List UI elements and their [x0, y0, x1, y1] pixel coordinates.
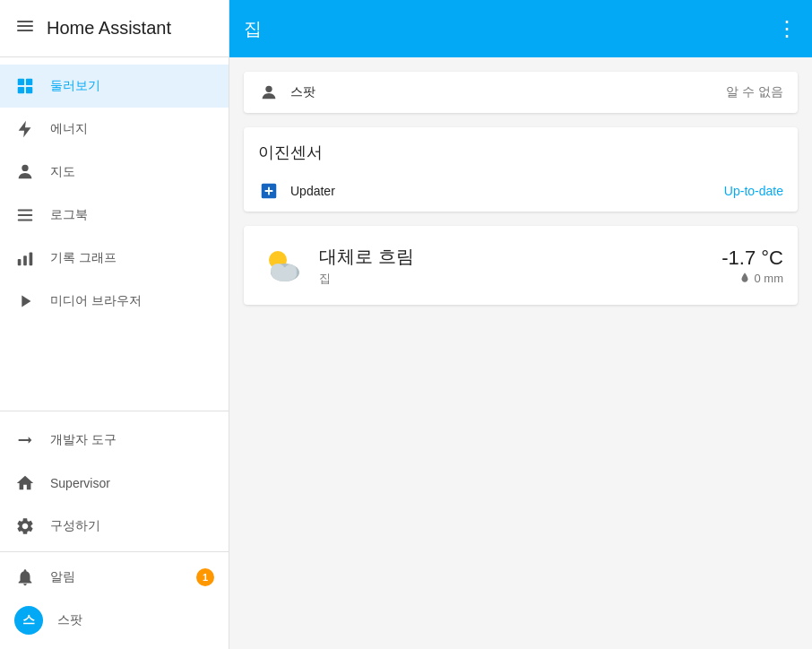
- sidebar-item-label: 기록 그래프: [50, 250, 117, 266]
- sidebar-item-user[interactable]: 스 스팟: [0, 599, 229, 642]
- svg-rect-1: [17, 25, 33, 27]
- sidebar-item-logbook[interactable]: 로그북: [0, 194, 229, 237]
- topbar-title: 집: [244, 17, 262, 41]
- sidebar-header: Home Assistant: [0, 0, 229, 57]
- sidebar-item-media[interactable]: 미디어 브라우저: [0, 280, 229, 323]
- svg-rect-4: [26, 79, 32, 85]
- sidebar-item-map[interactable]: 지도: [0, 151, 229, 194]
- chart-icon: [14, 247, 36, 269]
- sidebar-item-overview[interactable]: 둘러보기: [0, 65, 229, 108]
- sidebar-item-label: 둘러보기: [50, 78, 100, 94]
- sidebar-item-label: 미디어 브라우저: [50, 293, 142, 309]
- sidebar-item-label: 구성하기: [50, 518, 100, 534]
- play-icon: [14, 290, 36, 312]
- svg-rect-12: [23, 255, 27, 265]
- gear-icon: [14, 515, 36, 537]
- card-row[interactable]: 스팟 알 수 없음: [244, 72, 798, 113]
- sidebar-nav: 둘러보기 에너지 지도: [0, 57, 229, 411]
- sidebar-item-supervisor[interactable]: Supervisor: [0, 462, 229, 505]
- sidebar-title: Home Assistant: [47, 18, 171, 39]
- bell-icon: [14, 567, 36, 588]
- weather-card-inner: 대체로 흐림 집 -1.7 °C 0 mm: [244, 226, 798, 305]
- svg-rect-10: [18, 220, 33, 221]
- flash-icon: [14, 118, 36, 140]
- sidebar-item-energy[interactable]: 에너지: [0, 108, 229, 151]
- wrench-icon: [14, 429, 36, 451]
- weather-temperature: -1.7 °C: [721, 247, 783, 270]
- sidebar-item-settings[interactable]: 구성하기: [0, 505, 229, 548]
- svg-rect-8: [18, 210, 33, 212]
- card-row[interactable]: Updater Up-to-date: [244, 170, 798, 212]
- svg-rect-5: [18, 87, 24, 93]
- person-icon: [14, 161, 36, 183]
- weather-card[interactable]: 대체로 흐림 집 -1.7 °C 0 mm: [244, 226, 798, 305]
- main-content: 집 ⋮ 스팟 알 수 없음 이진센서: [229, 0, 812, 649]
- sidebar-item-label: 에너지: [50, 121, 88, 137]
- sidebar-item-label: 로그북: [50, 207, 88, 223]
- list-icon: [14, 204, 36, 226]
- svg-point-7: [22, 165, 28, 171]
- divider: [0, 551, 229, 552]
- sidebar-item-label: 지도: [50, 164, 75, 180]
- sidebar-item-history[interactable]: 기록 그래프: [0, 237, 229, 280]
- svg-rect-13: [30, 253, 33, 266]
- sidebar-item-label: 개발자 도구: [50, 432, 117, 448]
- avatar: 스: [14, 606, 43, 635]
- person-value: 알 수 없음: [726, 84, 783, 100]
- weather-rain: 0 mm: [721, 272, 783, 285]
- sidebar: Home Assistant 둘러보기 에너지: [0, 0, 229, 649]
- sidebar-item-developer[interactable]: 개발자 도구: [0, 419, 229, 462]
- svg-point-20: [272, 267, 297, 281]
- weather-condition: 대체로 흐림: [319, 245, 711, 269]
- updater-label: Updater: [290, 184, 724, 198]
- weather-location: 집: [319, 271, 711, 287]
- svg-rect-6: [26, 87, 32, 93]
- grid-icon: [14, 75, 36, 97]
- person-label: 스팟: [290, 84, 726, 100]
- topbar: 집 ⋮: [229, 0, 812, 57]
- more-options-button[interactable]: ⋮: [776, 18, 798, 39]
- home-icon: [14, 472, 36, 494]
- svg-point-14: [265, 86, 272, 92]
- svg-rect-9: [18, 214, 33, 216]
- person-icon: [258, 82, 280, 102]
- svg-rect-2: [17, 30, 33, 31]
- sidebar-bottom: 개발자 도구 Supervisor 구성하기: [0, 411, 229, 649]
- sensor-card: 이진센서 Updater Up-to-date: [244, 127, 798, 212]
- svg-rect-0: [17, 21, 33, 22]
- sidebar-item-notifications[interactable]: 알림 1: [0, 556, 229, 599]
- notification-badge: 1: [196, 568, 214, 586]
- weather-temp-section: -1.7 °C 0 mm: [721, 247, 783, 285]
- sidebar-item-label: Supervisor: [50, 476, 110, 490]
- svg-rect-11: [18, 259, 22, 265]
- user-label: 스팟: [57, 612, 82, 628]
- rain-value: 0 mm: [755, 272, 784, 285]
- person-card: 스팟 알 수 없음: [244, 72, 798, 113]
- content-area: 스팟 알 수 없음 이진센서 Updater Up-to-date: [229, 57, 812, 649]
- svg-rect-3: [18, 79, 24, 85]
- weather-icon: [258, 240, 308, 290]
- hamburger-icon[interactable]: [14, 15, 36, 41]
- updater-value: Up-to-date: [724, 184, 783, 198]
- updater-icon: [258, 181, 280, 201]
- section-title: 이진센서: [244, 127, 798, 170]
- weather-info: 대체로 흐림 집: [319, 245, 711, 287]
- notifications-label: 알림: [50, 569, 75, 585]
